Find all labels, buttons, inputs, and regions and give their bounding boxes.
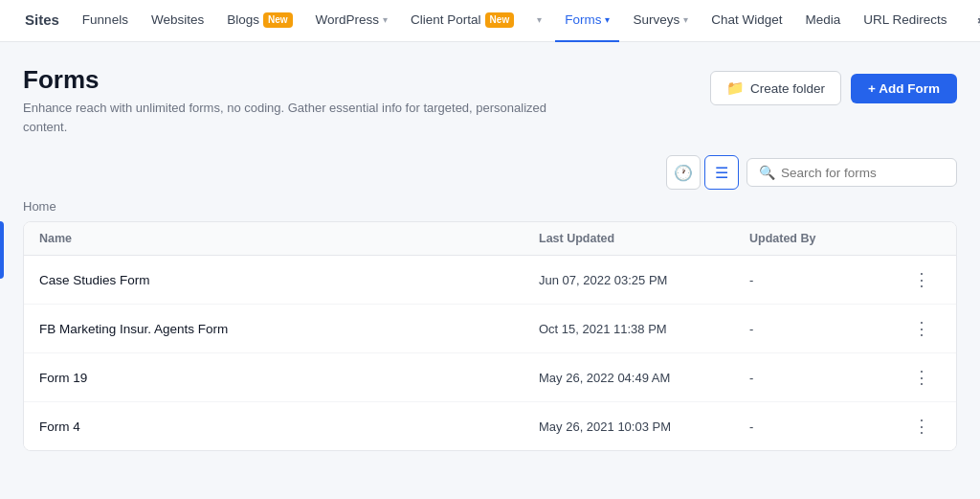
breadcrumb: Home <box>23 199 957 214</box>
nav-label-forms: Forms <box>565 12 601 27</box>
nav-label-blogs: Blogs <box>227 12 259 27</box>
blogs-badge: New <box>263 12 293 28</box>
nav-label-client-portal: Client Portal <box>411 12 481 27</box>
row-3-date: May 26, 2022 04:49 AM <box>539 371 749 385</box>
nav-label-url-redirects: URL Redirects <box>863 12 947 27</box>
main-content: Forms Enhance reach with unlimited forms… <box>0 42 980 451</box>
toolbar: 🕐 ☰ 🔍 <box>23 155 957 190</box>
row-3-name[interactable]: Form 19 <box>39 371 539 385</box>
table-row: Form 19 May 26, 2022 04:49 AM - ⋮ <box>24 353 956 402</box>
row-2-updated-by: - <box>749 322 902 336</box>
row-1-updated-by: - <box>749 273 902 287</box>
nav-item-websites[interactable]: Websites <box>142 0 213 42</box>
wordpress-chevron-icon: ▾ <box>383 14 388 25</box>
row-3-more-menu[interactable]: ⋮ <box>902 367 941 388</box>
page-subtitle: Enhance reach with unlimited forms, no c… <box>23 99 559 136</box>
search-box: 🔍 <box>746 158 957 187</box>
nav-item-funnels[interactable]: Funnels <box>73 0 138 42</box>
row-2-more-menu[interactable]: ⋮ <box>902 318 941 339</box>
page-header: Forms Enhance reach with unlimited forms… <box>23 65 957 136</box>
nav-item-url-redirects[interactable]: URL Redirects <box>854 0 956 42</box>
page-title: Forms <box>23 65 559 95</box>
table-row: Case Studies Form Jun 07, 2022 03:25 PM … <box>24 256 956 305</box>
top-nav: Sites Funnels Websites Blogs New WordPre… <box>0 0 980 42</box>
row-2-name[interactable]: FB Marketing Insur. Agents Form <box>39 322 539 336</box>
nav-item-surveys[interactable]: Surveys ▾ <box>623 0 698 42</box>
folder-icon: 📁 <box>726 79 745 97</box>
more-chevron-icon: ▾ <box>537 14 542 25</box>
list-view-button[interactable]: ☰ <box>704 155 739 190</box>
row-1-more-menu[interactable]: ⋮ <box>902 269 941 290</box>
surveys-chevron-icon: ▾ <box>683 14 688 25</box>
row-4-date: May 26, 2021 10:03 PM <box>539 420 749 434</box>
view-toggle: 🕐 ☰ <box>666 155 739 190</box>
col-last-updated: Last Updated <box>539 232 749 245</box>
nav-label-wordpress: WordPress <box>316 12 380 27</box>
page-title-section: Forms Enhance reach with unlimited forms… <box>23 65 559 136</box>
client-portal-badge: New <box>485 12 515 28</box>
table-header: Name Last Updated Updated By <box>24 222 956 256</box>
nav-item-forms[interactable]: Forms ▾ <box>555 0 619 42</box>
col-actions <box>902 232 941 245</box>
brand-label: Sites <box>15 0 69 42</box>
nav-label-surveys: Surveys <box>633 12 679 27</box>
nav-label-funnels: Funnels <box>82 12 128 27</box>
forms-chevron-icon: ▾ <box>605 14 610 25</box>
nav-item-client-portal[interactable]: Client Portal New <box>401 0 523 42</box>
nav-item-wordpress[interactable]: WordPress ▾ <box>306 0 398 42</box>
row-1-date: Jun 07, 2022 03:25 PM <box>539 273 749 287</box>
nav-label-chat-widget: Chat Widget <box>711 12 782 27</box>
col-updated-by: Updated By <box>749 232 902 245</box>
clock-view-button[interactable]: 🕐 <box>666 155 701 190</box>
table-row: FB Marketing Insur. Agents Form Oct 15, … <box>24 305 956 353</box>
nav-label-websites: Websites <box>151 12 204 27</box>
nav-label-media: Media <box>805 12 840 27</box>
create-folder-label: Create folder <box>750 81 825 96</box>
search-icon: 🔍 <box>759 165 775 180</box>
clock-icon: 🕐 <box>674 164 693 182</box>
nav-item-more[interactable]: ▾ <box>527 0 551 42</box>
add-form-label: + Add Form <box>868 81 940 96</box>
row-3-updated-by: - <box>749 371 902 385</box>
settings-gear-icon[interactable]: ⚙ <box>976 11 980 32</box>
add-form-button[interactable]: + Add Form <box>851 74 957 103</box>
nav-item-chat-widget[interactable]: Chat Widget <box>702 0 791 42</box>
col-name: Name <box>39 232 539 245</box>
header-actions: 📁 Create folder + Add Form <box>710 71 957 105</box>
table-row: Form 4 May 26, 2021 10:03 PM - ⋮ <box>24 402 956 450</box>
nav-item-media[interactable]: Media <box>795 0 850 42</box>
row-4-name[interactable]: Form 4 <box>39 420 539 434</box>
list-icon: ☰ <box>715 164 728 182</box>
row-4-updated-by: - <box>749 420 902 434</box>
nav-item-blogs[interactable]: Blogs New <box>217 0 301 42</box>
create-folder-button[interactable]: 📁 Create folder <box>710 71 841 105</box>
row-1-name[interactable]: Case Studies Form <box>39 273 539 287</box>
forms-table: Name Last Updated Updated By Case Studie… <box>23 221 957 451</box>
left-indicator <box>0 221 4 279</box>
search-input[interactable] <box>781 166 945 180</box>
row-4-more-menu[interactable]: ⋮ <box>902 416 941 437</box>
row-2-date: Oct 15, 2021 11:38 PM <box>539 322 749 336</box>
